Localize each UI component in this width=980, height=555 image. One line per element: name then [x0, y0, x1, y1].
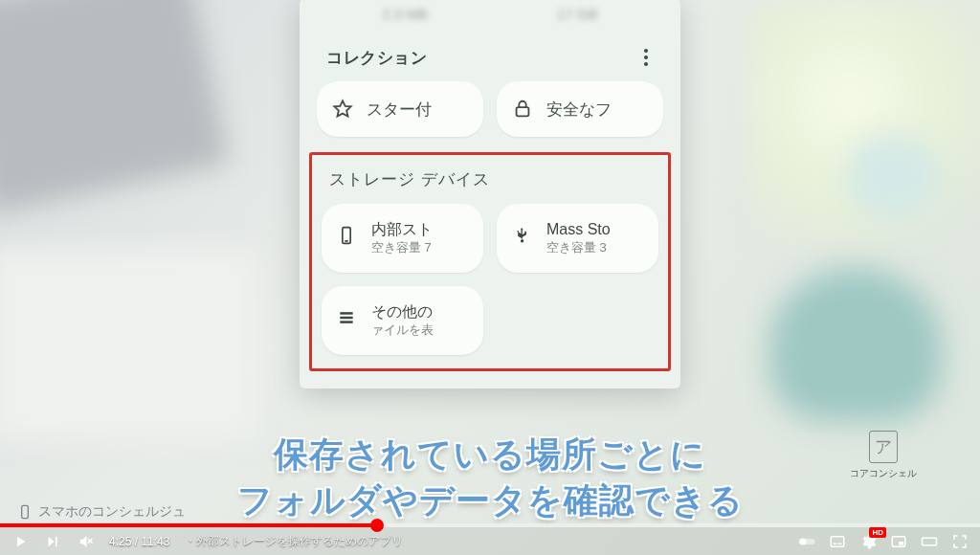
- usb-icon: [512, 226, 531, 251]
- card-title: 内部スト: [371, 220, 433, 240]
- card-other-storage[interactable]: その他の ァイルを表: [322, 286, 483, 355]
- card-subtitle: 空き容量 7: [371, 240, 433, 256]
- hd-badge: HD: [869, 527, 886, 538]
- play-icon[interactable]: [11, 533, 29, 550]
- caption-line-1: 保存されている場所ごとに: [0, 432, 980, 478]
- side-logo-label: コアコンシェル: [850, 467, 917, 480]
- fullscreen-icon[interactable]: [951, 533, 969, 550]
- miniplayer-icon[interactable]: [890, 533, 907, 550]
- svg-rect-6: [22, 505, 29, 518]
- svg-rect-5: [340, 321, 352, 323]
- storage-devices-title: ストレージ デバイス: [322, 165, 658, 204]
- channel-watermark: スマホのコンシェルジュ: [17, 503, 186, 521]
- top-storage-row: 2.3 MB 17 GB: [315, 0, 665, 32]
- top-value-2: 17 GB: [557, 6, 598, 22]
- collection-header: コレクション: [315, 32, 665, 81]
- side-logo-icon: ア: [869, 431, 898, 463]
- chip-safe[interactable]: 安全なフ: [497, 81, 663, 137]
- lock-icon: [512, 99, 533, 120]
- svg-rect-3: [340, 312, 352, 315]
- star-outline-icon: [332, 99, 353, 120]
- next-icon[interactable]: [44, 533, 61, 550]
- player-controls: 4:25 / 11:43 ・外部ストレージを操作するためのアプリ HD: [0, 527, 980, 555]
- list-icon: [337, 308, 356, 333]
- phone-small-icon: [17, 504, 33, 520]
- phone-screen: 2.3 MB 17 GB コレクション スター付 安全なフ ストレージ デバイス: [300, 0, 680, 388]
- highlight-box: ストレージ デバイス 内部スト 空き容量 7 Mass Sto 空き容量 3: [309, 152, 671, 371]
- card-subtitle: 空き容量 3: [546, 240, 611, 256]
- watermark-text: スマホのコンシェルジュ: [38, 503, 186, 521]
- kebab-menu-icon[interactable]: [638, 43, 654, 72]
- svg-rect-13: [838, 543, 842, 544]
- side-logo[interactable]: ア コアコンシェル: [850, 431, 917, 480]
- autoplay-toggle-icon[interactable]: [798, 533, 815, 550]
- phone-icon: [337, 226, 356, 251]
- top-value-1: 2.3 MB: [382, 6, 428, 22]
- theater-mode-icon[interactable]: [921, 533, 938, 550]
- svg-rect-16: [923, 538, 937, 545]
- card-title: Mass Sto: [546, 220, 611, 240]
- time-display: 4:25 / 11:43: [109, 535, 169, 548]
- card-internal-storage[interactable]: 内部スト 空き容量 7: [322, 204, 483, 273]
- settings-icon[interactable]: HD: [859, 533, 877, 550]
- collection-title: コレクション: [326, 47, 427, 69]
- svg-rect-15: [899, 542, 903, 545]
- subtitles-icon[interactable]: [829, 533, 846, 550]
- svg-rect-0: [517, 107, 529, 116]
- chip-label: 安全なフ: [546, 99, 612, 121]
- svg-rect-4: [340, 317, 352, 320]
- svg-rect-12: [834, 543, 837, 544]
- card-mass-storage[interactable]: Mass Sto 空き容量 3: [497, 204, 658, 273]
- svg-rect-11: [831, 536, 844, 546]
- card-title: その他の: [371, 302, 434, 322]
- chip-label: スター付: [367, 99, 432, 121]
- svg-point-10: [800, 538, 807, 544]
- mute-icon[interactable]: [77, 533, 94, 550]
- card-subtitle: ァイルを表: [371, 322, 434, 339]
- chip-starred[interactable]: スター付: [317, 81, 483, 137]
- chapter-title[interactable]: ・外部ストレージを操作するためのアプリ: [185, 533, 403, 549]
